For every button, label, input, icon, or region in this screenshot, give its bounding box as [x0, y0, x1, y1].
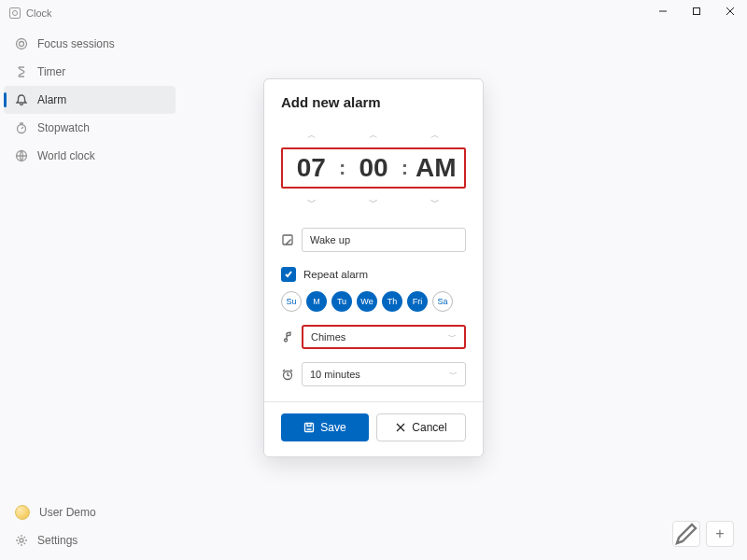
day-sa[interactable]: Sa	[432, 291, 453, 312]
titlebar: Clock	[0, 0, 747, 26]
sound-select[interactable]: Chimes ﹀	[302, 325, 466, 349]
cancel-button[interactable]: Cancel	[376, 413, 466, 441]
cancel-label: Cancel	[412, 421, 446, 434]
minimize-button[interactable]	[646, 0, 680, 22]
sidebar-settings[interactable]: Settings	[4, 526, 176, 554]
user-name: User Demo	[39, 506, 96, 519]
alarm-name-input[interactable]: Wake up	[302, 228, 466, 252]
edit-button[interactable]	[672, 521, 700, 547]
day-tu[interactable]: Tu	[331, 291, 352, 312]
dialog-title: Add new alarm	[281, 94, 466, 110]
hour-down[interactable]: ﹀	[281, 190, 343, 215]
bell-icon	[15, 93, 28, 106]
save-label: Save	[320, 421, 345, 434]
ampm-up[interactable]: ︿	[404, 123, 466, 147]
repeat-label: Repeat alarm	[303, 269, 368, 280]
time-up-arrows: ︿ ︿ ︿	[281, 123, 466, 147]
sidebar-user[interactable]: User Demo	[4, 498, 176, 526]
avatar	[15, 505, 30, 520]
dialog-separator	[264, 401, 483, 402]
sidebar-item-alarm[interactable]: Alarm	[4, 86, 176, 114]
sound-value: Chimes	[311, 331, 345, 343]
time-down-arrows: ﹀ ﹀ ﹀	[281, 190, 466, 215]
time-sep: :	[338, 156, 347, 180]
svg-rect-12	[305, 424, 314, 432]
chevron-down-icon: ﹀	[448, 331, 457, 343]
minute-up[interactable]: ︿	[343, 123, 404, 147]
chevron-down-icon: ﹀	[449, 369, 458, 381]
add-alarm-dialog: Add new alarm ︿ ︿ ︿ 07 : 00 : AM ﹀ ﹀ ﹀ W…	[263, 78, 484, 457]
ampm-value[interactable]: AM	[409, 153, 462, 183]
svg-point-8	[20, 539, 23, 542]
svg-point-5	[20, 42, 24, 47]
minute-down[interactable]: ﹀	[343, 190, 404, 215]
settings-label: Settings	[37, 534, 78, 547]
sidebar-item-stopwatch[interactable]: Stopwatch	[4, 114, 176, 142]
app-icon	[9, 7, 21, 19]
music-note-icon	[281, 330, 294, 343]
sidebar-item-focus[interactable]: Focus sessions	[4, 30, 176, 58]
snooze-icon	[281, 368, 294, 381]
target-icon	[15, 37, 28, 50]
maximize-button[interactable]	[680, 0, 713, 22]
repeat-checkbox[interactable]	[281, 267, 296, 282]
hourglass-icon	[15, 65, 28, 78]
add-button[interactable]: +	[706, 521, 734, 547]
sidebar: Focus sessions Timer Alarm Stopwatch Wor…	[0, 26, 179, 560]
app-title: Clock	[26, 7, 52, 19]
dialog-buttons: Save Cancel	[281, 413, 466, 441]
days-row: Su M Tu We Th Fri Sa	[281, 291, 466, 312]
hour-up[interactable]: ︿	[281, 123, 343, 147]
svg-point-4	[17, 39, 27, 49]
gear-icon	[15, 534, 28, 547]
svg-point-10	[285, 339, 288, 342]
close-button[interactable]	[713, 0, 747, 22]
sidebar-item-label: World clock	[37, 149, 95, 162]
fab-group: +	[672, 521, 734, 547]
day-su[interactable]: Su	[281, 291, 302, 312]
hour-value[interactable]: 07	[285, 153, 338, 183]
time-picker[interactable]: 07 : 00 : AM	[281, 147, 466, 189]
snooze-select[interactable]: 10 minutes ﹀	[302, 362, 466, 386]
day-we[interactable]: We	[357, 291, 377, 312]
save-button[interactable]: Save	[281, 413, 369, 441]
stopwatch-icon	[15, 121, 28, 134]
sidebar-item-worldclock[interactable]: World clock	[4, 142, 176, 170]
edit-icon	[281, 233, 294, 246]
alarm-name-row: Wake up	[281, 228, 466, 252]
minute-value[interactable]: 00	[347, 153, 401, 183]
day-th[interactable]: Th	[382, 291, 402, 312]
repeat-row: Repeat alarm	[281, 267, 466, 282]
app-window: Clock Focus sessions Timer Alarm Stopwat…	[0, 0, 747, 560]
svg-rect-1	[694, 8, 700, 15]
sidebar-item-timer[interactable]: Timer	[4, 58, 176, 86]
window-controls	[646, 0, 747, 22]
snooze-row: 10 minutes ﹀	[281, 362, 466, 386]
sidebar-item-label: Focus sessions	[37, 37, 115, 50]
globe-icon	[15, 149, 28, 162]
day-m[interactable]: M	[306, 291, 327, 312]
day-fr[interactable]: Fri	[407, 291, 428, 312]
time-sep: :	[400, 156, 409, 180]
sound-row: Chimes ﹀	[281, 325, 466, 349]
sidebar-item-label: Alarm	[37, 93, 66, 106]
snooze-value: 10 minutes	[310, 369, 360, 380]
sidebar-bottom: User Demo Settings	[0, 498, 179, 554]
ampm-down[interactable]: ﹀	[404, 190, 466, 215]
sidebar-item-label: Timer	[37, 65, 65, 78]
sidebar-item-label: Stopwatch	[37, 121, 90, 134]
